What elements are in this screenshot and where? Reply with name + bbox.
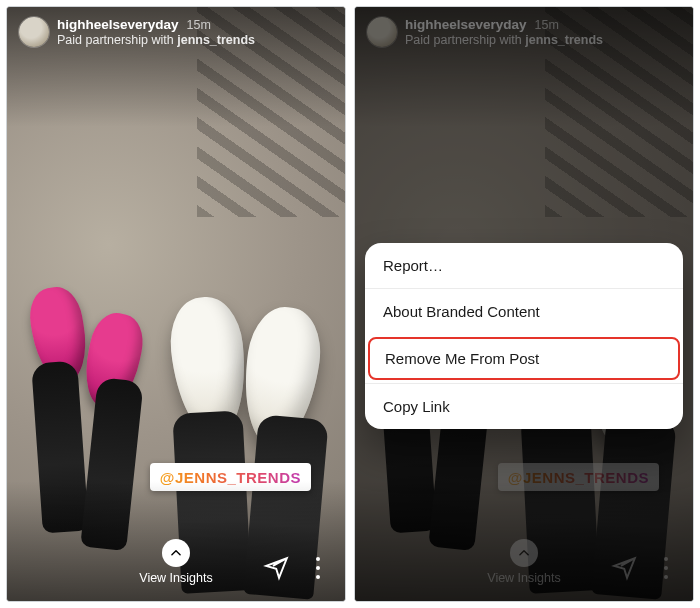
header-text: highheelseveryday 15m Paid partnership w…	[57, 17, 255, 47]
story-view-left: highheelseveryday 15m Paid partnership w…	[6, 6, 346, 602]
story-view-right: highheelseveryday 15m Paid partnership w…	[354, 6, 694, 602]
mention-sticker[interactable]: @JENNS_TRENDS	[150, 463, 311, 491]
story-bottom-bar: View Insights	[7, 529, 345, 601]
photo-detail	[80, 377, 144, 551]
view-insights-label: View Insights	[139, 571, 212, 585]
mention-sticker-text: @JENNS_TRENDS	[160, 469, 301, 486]
action-sheet: Report… About Branded Content Remove Me …	[365, 243, 683, 429]
timestamp-label: 15m	[187, 18, 211, 32]
action-sheet-item-remove-me-from-post[interactable]: Remove Me From Post	[368, 337, 680, 380]
photo-detail	[31, 361, 89, 534]
view-insights-button[interactable]: View Insights	[139, 539, 212, 585]
share-icon[interactable]	[263, 555, 289, 581]
partner-username[interactable]: jenns_trends	[177, 33, 255, 47]
avatar[interactable]	[19, 17, 49, 47]
action-sheet-item-about-branded-content[interactable]: About Branded Content	[365, 288, 683, 334]
paid-partnership-prefix: Paid partnership with	[57, 33, 177, 47]
action-sheet-item-report[interactable]: Report…	[365, 243, 683, 288]
username-label[interactable]: highheelseveryday	[57, 17, 179, 33]
paid-partnership-label[interactable]: Paid partnership with jenns_trends	[57, 33, 255, 47]
more-options-icon[interactable]	[309, 557, 327, 579]
story-header: highheelseveryday 15m Paid partnership w…	[7, 7, 345, 51]
chevron-up-icon	[162, 539, 190, 567]
action-sheet-item-copy-link[interactable]: Copy Link	[365, 383, 683, 429]
